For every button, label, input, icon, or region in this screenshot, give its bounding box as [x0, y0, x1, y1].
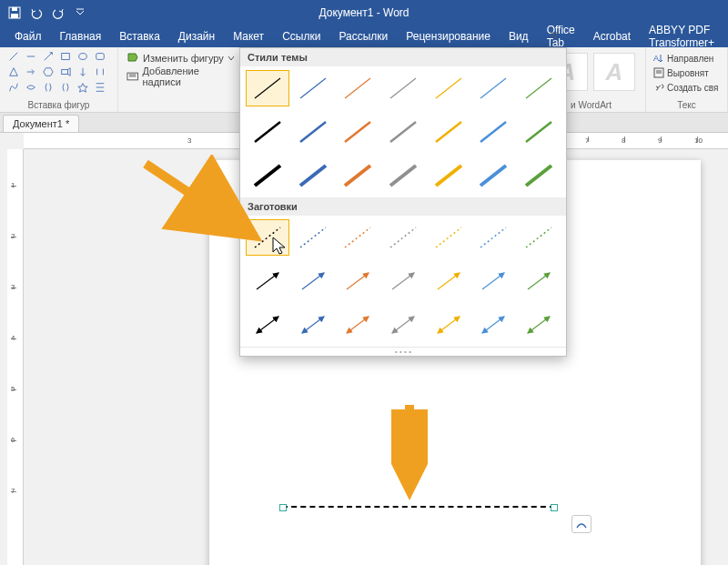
theme-style[interactable] — [336, 70, 379, 106]
shape-thumb[interactable] — [40, 80, 56, 95]
tab-references[interactable]: Ссылки — [273, 25, 329, 47]
tab-layout[interactable]: Макет — [224, 25, 273, 47]
layout-options-button[interactable] — [571, 515, 592, 533]
tab-office-tab[interactable]: Office Tab — [538, 25, 584, 47]
preset-style[interactable] — [246, 219, 289, 256]
preset-style[interactable] — [291, 219, 335, 256]
preset-style[interactable] — [427, 263, 470, 299]
dashed-line-shape[interactable] — [282, 506, 555, 508]
tab-mailings[interactable]: Рассылки — [329, 25, 397, 47]
svg-line-24 — [390, 78, 416, 98]
shape-thumb[interactable] — [40, 49, 56, 64]
tab-acrobat[interactable]: Acrobat — [584, 25, 640, 47]
create-link-button[interactable]: Создать свя — [653, 80, 720, 95]
tab-view[interactable]: Вид — [500, 25, 538, 47]
preset-style[interactable] — [381, 219, 425, 256]
svg-line-52 — [392, 273, 414, 289]
gallery-expand-button[interactable] — [548, 30, 561, 43]
theme-style[interactable] — [381, 114, 425, 150]
svg-line-23 — [345, 78, 370, 98]
preset-style[interactable] — [246, 307, 289, 343]
theme-style[interactable] — [291, 70, 335, 106]
shape-thumb[interactable] — [5, 80, 22, 95]
shape-thumb[interactable] — [57, 49, 74, 64]
preset-style[interactable] — [291, 263, 335, 299]
theme-style[interactable] — [246, 70, 289, 106]
preset-style[interactable] — [381, 263, 425, 299]
theme-style[interactable] — [472, 70, 516, 106]
svg-line-47 — [480, 227, 506, 247]
tab-abbyy[interactable]: ABBYY PDF Transformer+ — [640, 25, 728, 47]
theme-style[interactable] — [381, 70, 425, 106]
undo-button[interactable] — [25, 2, 47, 24]
theme-style[interactable] — [517, 114, 561, 150]
gallery-resize-grip[interactable]: • • • • — [240, 347, 566, 356]
theme-style[interactable] — [427, 157, 470, 194]
add-textbox-button[interactable]: Добавление надписи — [124, 67, 239, 86]
theme-style[interactable] — [336, 157, 379, 194]
preset-style[interactable] — [336, 263, 379, 299]
preset-style[interactable] — [472, 219, 516, 256]
svg-line-31 — [390, 122, 416, 142]
redo-button[interactable] — [47, 2, 69, 24]
shape-thumb[interactable] — [57, 65, 74, 79]
theme-style[interactable] — [472, 114, 516, 150]
shape-thumb[interactable] — [92, 80, 108, 95]
preset-style[interactable] — [246, 263, 289, 299]
theme-style[interactable] — [291, 157, 335, 194]
shape-thumb[interactable] — [57, 80, 74, 95]
theme-style[interactable] — [472, 157, 516, 194]
preset-style[interactable] — [427, 307, 470, 343]
theme-style[interactable] — [336, 114, 379, 150]
text-direction-icon: A — [653, 53, 664, 64]
shape-thumb[interactable] — [40, 65, 56, 79]
svg-line-48 — [526, 227, 551, 247]
preset-style[interactable] — [517, 219, 561, 256]
shape-thumb[interactable] — [23, 65, 39, 79]
theme-style[interactable] — [517, 70, 561, 106]
save-button[interactable] — [4, 2, 25, 24]
shape-thumb[interactable] — [5, 49, 22, 64]
theme-style[interactable] — [427, 70, 470, 106]
theme-style[interactable] — [381, 157, 425, 194]
vertical-ruler[interactable]: 1234567 — [7, 149, 24, 565]
preset-style[interactable] — [517, 307, 561, 343]
tab-design[interactable]: Дизайн — [169, 25, 224, 47]
shape-thumb[interactable] — [75, 80, 91, 95]
preset-style[interactable] — [336, 219, 379, 256]
preset-style[interactable] — [517, 263, 561, 299]
shape-thumb[interactable] — [92, 49, 108, 64]
theme-style[interactable] — [291, 114, 335, 150]
wordart-style-2[interactable]: A — [593, 53, 635, 91]
theme-style[interactable] — [246, 157, 289, 194]
svg-line-29 — [300, 122, 326, 142]
svg-line-25 — [436, 78, 461, 98]
shapes-gallery[interactable] — [5, 49, 112, 95]
document-tab-label: Документ1 * — [13, 118, 69, 129]
theme-style[interactable] — [427, 114, 470, 150]
shape-thumb[interactable] — [23, 49, 39, 64]
tab-file[interactable]: Файл — [5, 25, 51, 47]
preset-style[interactable] — [336, 307, 379, 343]
tab-insert[interactable]: Вставка — [110, 25, 169, 47]
shape-thumb[interactable] — [75, 65, 91, 79]
preset-style[interactable] — [427, 219, 470, 256]
preset-style[interactable] — [381, 307, 425, 343]
theme-style[interactable] — [517, 157, 561, 194]
preset-style[interactable] — [472, 307, 516, 343]
shape-thumb[interactable] — [23, 80, 39, 95]
shape-thumb[interactable] — [75, 49, 91, 64]
svg-line-34 — [526, 122, 551, 142]
qat-customize-button[interactable] — [69, 2, 91, 24]
theme-style[interactable] — [246, 114, 289, 150]
preset-style[interactable] — [291, 307, 335, 343]
preset-style[interactable] — [472, 263, 516, 299]
tab-review[interactable]: Рецензирование — [397, 25, 500, 47]
edit-shape-button[interactable]: Изменить фигуру — [124, 49, 239, 67]
align-text-button[interactable]: Выровнят — [653, 66, 720, 80]
text-direction-button[interactable]: A Направлен — [653, 51, 720, 66]
document-tab[interactable]: Документ1 * — [3, 115, 79, 132]
shape-thumb[interactable] — [5, 65, 22, 79]
tab-home[interactable]: Главная — [51, 25, 111, 47]
shape-thumb[interactable] — [92, 65, 108, 79]
